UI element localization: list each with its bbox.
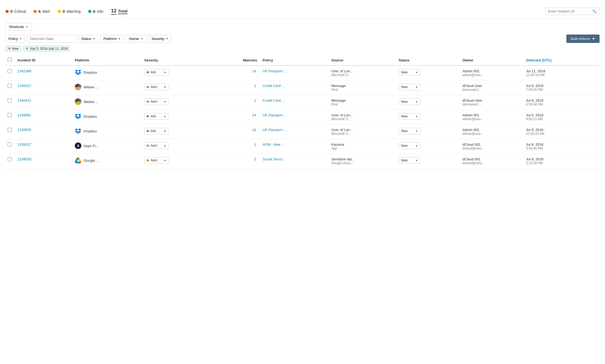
severity-cell[interactable]: Alert ▼ [142,95,212,110]
status-select[interactable]: New ▼ [399,113,421,120]
remove-date-filter[interactable]: ✕ [26,47,28,51]
policy-cell: AFW - New ... [260,139,329,154]
row-checkbox[interactable] [8,128,12,132]
row-checkbox[interactable] [8,84,12,88]
status-select[interactable]: New ▼ [399,157,421,164]
incident-id-link[interactable]: 1339030 [17,157,31,161]
status-chevron-icon: ▼ [415,159,418,162]
platform-cell: Dropbox [73,110,142,125]
severity-select[interactable]: Alert ▼ [144,157,169,164]
severity-dot [147,159,149,161]
policy-link[interactable]: UK Passport ... [263,128,286,132]
severity-cell[interactable]: Alert ▼ [142,139,212,154]
source-sub: Microsoft O... [331,73,394,77]
bulk-actions-button[interactable]: Bulk Actions ▼ [566,35,600,43]
platform-cell: Webex ... [73,80,142,95]
warning-dot [58,10,61,13]
status-select[interactable]: New ▼ [399,142,421,149]
status-filter-button[interactable]: Status ▼ [78,35,98,43]
status-cell[interactable]: New ▼ [397,154,461,169]
severity-dot [147,115,149,117]
row-checkbox[interactable] [8,142,12,147]
detected-header: Detected (UTC) [524,55,600,66]
row-checkbox-cell[interactable] [5,110,15,125]
policy-cell: Social Secur... [260,154,329,169]
source-sub: App [331,147,394,150]
status-select[interactable]: New ▼ [399,84,421,90]
search-input[interactable] [548,9,591,13]
owner-filter-button[interactable]: Owner ▼ [126,35,146,43]
policy-link[interactable]: Social Secur... [263,157,285,161]
status-cell[interactable]: New ▼ [397,95,461,110]
severity-label: Alert [150,85,157,89]
row-checkbox[interactable] [8,157,12,161]
policy-link[interactable]: UK Passport ... [263,69,286,73]
incident-id-link[interactable]: 1340427 [17,84,31,88]
status-cell[interactable]: New ▼ [397,66,461,80]
policy-link[interactable]: UK Passport ... [263,113,286,117]
detected-date: Jul 8, 2018 [526,157,597,161]
source-main: Sensitive dat... [331,157,394,161]
status-cell[interactable]: New ▼ [397,110,461,125]
severity-cell[interactable]: Info ▼ [142,110,212,125]
severity-select[interactable]: Alert ▼ [144,142,169,149]
row-checkbox[interactable] [8,69,12,73]
severity-cell[interactable]: Alert ▼ [142,154,212,169]
severity-cell[interactable]: Info ▼ [142,125,212,139]
active-filters: ✕ New ✕ July 5, 2018-July 11, 2018 [5,46,600,52]
select-all-checkbox[interactable] [8,58,12,62]
severity-select[interactable]: Info ▼ [144,113,169,120]
status-select[interactable]: New ▼ [399,98,421,105]
row-checkbox-cell[interactable] [5,139,15,154]
platform-icon-dropbox [75,69,81,76]
incident-id-link[interactable]: 1339207 [17,142,31,147]
row-checkbox-cell[interactable] [5,80,15,95]
row-checkbox-cell[interactable] [5,154,15,169]
incident-id-link[interactable]: 1339505 [17,128,31,132]
severity-cell[interactable]: Alert ▼ [142,80,212,95]
remove-new-filter[interactable]: ✕ [8,47,11,51]
severity-select[interactable]: Alert ▼ [144,84,169,90]
row-checkbox[interactable] [8,113,12,117]
status-filter-label: Status [81,37,91,41]
policy-link[interactable]: AFW - New ... [263,142,285,147]
status-cell[interactable]: New ▼ [397,125,461,139]
policy-link[interactable]: Credit Card ... [263,98,285,102]
search-box[interactable]: 🔍 [545,8,600,15]
policy-filter-button[interactable]: Policy ▼ [5,35,25,43]
owner-name: Admin 001 [462,113,522,117]
select-all-header[interactable] [5,55,15,66]
severity-cell[interactable]: Info ▼ [142,66,212,80]
platform-filter-button[interactable]: Platform ▼ [100,35,124,43]
status-cell[interactable]: New ▼ [397,139,461,154]
alert-label: Alert [42,9,50,14]
severity-filter-button[interactable]: Severity ▼ [149,35,171,43]
shortcuts-button[interactable]: Shortcuts ▼ [5,23,32,31]
shortcuts-row: Shortcuts ▼ [5,23,600,31]
status-select[interactable]: New ▼ [399,128,421,134]
severity-select[interactable]: Alert ▼ [144,98,169,105]
severity-select[interactable]: Info ▼ [144,128,169,134]
owner-cell: dCloud User demouser1... [460,95,524,110]
critical-label: Critical [14,9,26,14]
incident-id-link[interactable]: 1339891 [17,113,31,117]
status-chevron-icon: ▼ [415,144,418,147]
policy-link[interactable]: Credit Card ... [263,84,285,88]
incident-id-link[interactable]: 1340421 [17,98,31,102]
detection-date-input[interactable] [27,35,76,43]
source-header: Source [329,55,396,66]
table-row: 1340427 Webex ... Alert ▼ 1 Credit Card … [5,80,600,95]
row-checkbox[interactable] [8,98,12,102]
row-checkbox-cell[interactable] [5,95,15,110]
owner-cell: Admin 001 admin@clou... [460,110,524,125]
severity-select[interactable]: Info ▼ [144,69,169,76]
status-select[interactable]: New ▼ [399,69,421,76]
row-checkbox-cell[interactable] [5,66,15,80]
incident-id-cell: 1339030 [15,154,73,169]
status-cell[interactable]: New ▼ [397,80,461,95]
row-checkbox-cell[interactable] [5,125,15,139]
severity-chevron-icon: ▼ [163,115,166,118]
table-header-row: Incident ID Platform Severity Matches Po… [5,55,600,66]
incident-id-link[interactable]: 1342388 [17,69,31,73]
source-cell: Message Post [329,95,396,110]
